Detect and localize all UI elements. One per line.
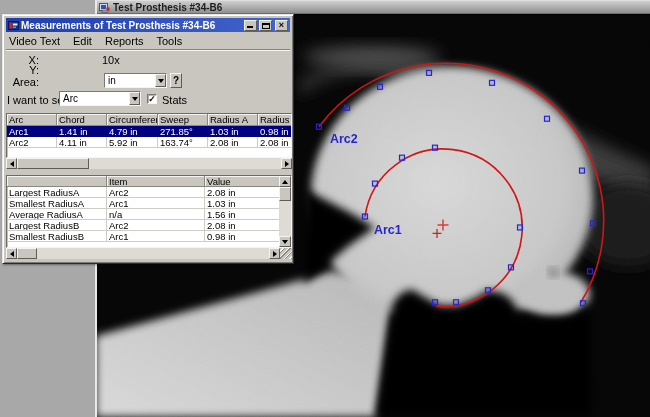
help-button[interactable]: ? (170, 73, 182, 88)
cell: Largest RadiusB (7, 220, 107, 231)
area-label: Area: (9, 76, 39, 88)
arc-table: Arc Chord Circumferenc Sweep Radius A Ra… (6, 113, 292, 158)
stats-table: Item Value Largest RadiusA Arc2 2.08 in … (6, 175, 292, 248)
cell: 2.08 in (258, 137, 292, 148)
column-header[interactable]: Radius B (258, 114, 292, 126)
area-unit-dropdown-button[interactable] (155, 74, 166, 87)
scroll-right-button[interactable] (269, 248, 280, 259)
help-icon: ? (173, 75, 179, 86)
cell: Smallest RadiusB (7, 231, 107, 242)
chevron-down-icon (132, 97, 138, 101)
scroll-up-icon (282, 180, 288, 184)
cell: 4.79 in (107, 126, 158, 137)
dialog-icon (8, 20, 19, 31)
cell: 0.98 in (258, 126, 292, 137)
cell: Average RadiusA (7, 209, 107, 220)
table-row[interactable]: Smallest RadiusB Arc1 0.98 in (7, 231, 291, 242)
resize-grip[interactable] (280, 248, 292, 259)
cell: Arc2 (7, 137, 57, 148)
stats-table-header: Item Value (7, 176, 291, 187)
cell: 1.41 in (57, 126, 107, 137)
screen: { "mdi_window": { "title": "Test Prosthe… (0, 0, 650, 417)
menu-reports[interactable]: Reports (105, 35, 144, 47)
cell: 1.03 in (208, 126, 258, 137)
maximize-icon (262, 23, 270, 29)
cell: n/a (107, 209, 205, 220)
stats-table-vscrollbar[interactable] (279, 176, 291, 247)
view-selector-dropdown-button[interactable] (129, 92, 140, 105)
minimize-icon (247, 26, 253, 28)
arc-table-header: Arc Chord Circumferenc Sweep Radius A Ra… (7, 114, 291, 126)
cell: 5.92 in (107, 137, 158, 148)
column-header[interactable]: Radius A (208, 114, 258, 126)
column-header[interactable]: Sweep (158, 114, 208, 126)
cell: 2.08 in (205, 187, 281, 198)
table-row-arc2[interactable]: Arc2 4.11 in 5.92 in 163.74° 2.08 in 2.0… (7, 137, 291, 148)
column-header[interactable]: Chord (57, 114, 107, 126)
column-header[interactable] (7, 176, 107, 187)
scroll-thumb[interactable] (17, 248, 37, 259)
chevron-down-icon (158, 79, 164, 83)
view-selector[interactable]: Arc (59, 91, 141, 106)
scroll-right-button[interactable] (281, 158, 292, 169)
scroll-left-icon (10, 161, 14, 167)
scroll-track[interactable] (37, 248, 269, 259)
scroll-track[interactable] (89, 158, 281, 169)
cell: 2.08 in (205, 220, 281, 231)
arc-table-hscrollbar[interactable] (6, 158, 292, 169)
maximize-button[interactable] (259, 20, 272, 31)
stats-checkbox[interactable]: ✓ (147, 94, 157, 104)
check-icon: ✓ (148, 94, 156, 104)
scroll-down-icon (282, 240, 288, 244)
image-window-icon (99, 2, 110, 13)
cell: 2.08 in (208, 137, 258, 148)
cell: 1.03 in (205, 198, 281, 209)
scroll-thumb[interactable] (17, 158, 89, 169)
cell: 4.11 in (57, 137, 107, 148)
column-header[interactable]: Circumferenc (107, 114, 158, 126)
image-window-title: Test Prosthesis #34-B6 (113, 2, 222, 13)
cell: 1.56 in (205, 209, 281, 220)
cell: 271.85° (158, 126, 208, 137)
cell: Largest RadiusA (7, 187, 107, 198)
cell: Arc2 (107, 220, 205, 231)
scroll-right-icon (273, 251, 277, 257)
table-row[interactable]: Largest RadiusA Arc2 2.08 in (7, 187, 291, 198)
scroll-left-button[interactable] (6, 158, 17, 169)
scroll-up-button[interactable] (279, 176, 291, 187)
table-row-arc1[interactable]: Arc1 1.41 in 4.79 in 271.85° 1.03 in 0.9… (7, 126, 291, 137)
cell: Arc1 (107, 198, 205, 209)
minimize-button[interactable] (244, 20, 257, 31)
column-header[interactable]: Arc (7, 114, 57, 126)
scroll-thumb[interactable] (279, 187, 291, 201)
y-coordinate-label: Y: (17, 64, 39, 76)
dialog-titlebar[interactable]: Measurements of Test Prosthesis #34-B6 × (6, 18, 290, 32)
area-unit-value: in (105, 74, 155, 87)
menu-tools[interactable]: Tools (156, 35, 182, 47)
menu-separator (6, 49, 290, 51)
scroll-left-icon (10, 251, 14, 257)
table-row[interactable]: Smallest RadiusA Arc1 1.03 in (7, 198, 291, 209)
image-window-titlebar[interactable]: Test Prosthesis #34-B6 (97, 1, 650, 14)
scroll-track[interactable] (279, 201, 291, 236)
menu-edit[interactable]: Edit (73, 35, 92, 47)
column-header[interactable]: Item (107, 176, 205, 187)
magnification-value: 10x (102, 54, 120, 66)
scroll-right-icon (285, 161, 289, 167)
cell: 163.74° (158, 137, 208, 148)
column-header[interactable]: Value (205, 176, 281, 187)
area-unit-select[interactable]: in (104, 73, 167, 88)
menu-bar: Video Text Edit Reports Tools (9, 34, 289, 47)
scroll-left-button[interactable] (6, 248, 17, 259)
scroll-down-button[interactable] (279, 236, 291, 247)
close-icon: × (279, 20, 284, 30)
table-row[interactable]: Average RadiusA n/a 1.56 in (7, 209, 291, 220)
stats-checkbox-label: Stats (162, 94, 187, 106)
measurements-dialog: Measurements of Test Prosthesis #34-B6 ×… (2, 14, 294, 264)
dialog-title: Measurements of Test Prosthesis #34-B6 (21, 20, 242, 31)
table-row[interactable]: Largest RadiusB Arc2 2.08 in (7, 220, 291, 231)
cell: Smallest RadiusA (7, 198, 107, 209)
menu-video-text[interactable]: Video Text (9, 35, 60, 47)
close-button[interactable]: × (275, 20, 288, 31)
stats-table-hscrollbar[interactable] (6, 248, 280, 259)
